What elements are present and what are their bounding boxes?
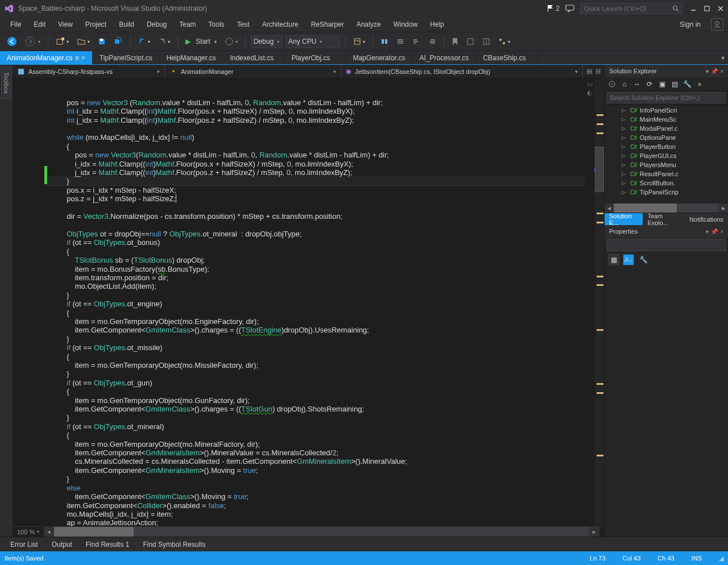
menu-architecture[interactable]: Architecture — [257, 18, 304, 31]
menu-analyze[interactable]: Analyze — [351, 18, 387, 31]
redo-button[interactable]: ▾ — [156, 35, 172, 48]
close-button[interactable] — [718, 6, 723, 11]
quick-launch-input[interactable] — [580, 3, 682, 14]
tb-icon-6[interactable] — [464, 35, 477, 48]
tab-error-list[interactable]: Error List — [5, 538, 44, 551]
save-button[interactable] — [96, 35, 108, 48]
se-more-icon[interactable]: » — [694, 79, 705, 89]
split-icon[interactable]: ▤ — [586, 68, 592, 75]
solution-tree[interactable]: ▷C#InfoPanelScri ▷C#MainMenuSc ▷C#ModalP… — [605, 105, 728, 203]
nav-method[interactable]: ◉ JettisonItem(CBaseShip cs, ISlotObject… — [341, 65, 583, 78]
tree-item[interactable]: ▷C#PlayerGUI.cs — [605, 151, 728, 160]
tab-aiprocessor[interactable]: AI_Processor.cs — [412, 51, 476, 64]
hscroll-right[interactable]: ▸ — [589, 527, 599, 537]
maximize-button[interactable] — [704, 6, 710, 11]
tree-hscroll[interactable]: ◂ ▸ — [605, 203, 728, 213]
menu-help[interactable]: Help — [424, 18, 450, 31]
browser-dropdown[interactable]: ▾ — [222, 35, 240, 48]
pin-icon[interactable]: ⎘ — [76, 55, 79, 61]
undo-button[interactable]: ▾ — [136, 35, 152, 48]
pane-options-icon[interactable]: ▾ — [706, 68, 709, 74]
tab-helpmanager[interactable]: HelpManager.cs — [160, 51, 224, 64]
tab-indexedlist[interactable]: IndexedList.cs — [223, 51, 284, 64]
tab-find-results[interactable]: Find Results 1 — [80, 538, 135, 551]
horizontal-scrollbar[interactable] — [54, 527, 134, 537]
close-icon[interactable]: × — [81, 54, 85, 62]
tab-playerobj[interactable]: PlayerObj.cs — [284, 51, 346, 64]
minimize-button[interactable] — [690, 6, 696, 11]
nav-project[interactable]: Assembly-CSharp-firstpass-vs▾ — [13, 65, 165, 78]
zoom-dropdown-icon[interactable]: ▾ — [37, 529, 39, 534]
sign-in-link[interactable]: Sign in — [674, 18, 706, 31]
tree-item[interactable]: ▷C#InfoPanelScri — [605, 106, 728, 115]
nav-back-button[interactable] — [5, 35, 19, 48]
tab-tippanelscript[interactable]: TipPanelScript.cs — [93, 51, 160, 64]
code-editor[interactable]: pos = new Vector3 (Random.value * distLi… — [47, 78, 585, 526]
overview-ruler[interactable] — [595, 78, 604, 526]
menu-tools[interactable]: Tools — [203, 18, 230, 31]
quick-launch[interactable] — [580, 3, 679, 14]
feedback-icon[interactable] — [565, 5, 574, 13]
hscroll-left[interactable]: ◂ — [44, 527, 54, 537]
bookmark-icon[interactable] — [449, 35, 461, 48]
config-dropdown[interactable]: Debug▾ — [251, 35, 282, 48]
notifications-flag[interactable]: 2 — [547, 5, 560, 13]
open-file-button[interactable]: ▾ — [75, 35, 92, 48]
tree-hscroll-left[interactable]: ◂ — [605, 203, 614, 213]
menu-file[interactable]: File — [5, 18, 27, 31]
tb-icon-8[interactable]: ▾ — [496, 35, 512, 48]
toolbox-tab[interactable]: Toolbox — [1, 67, 11, 99]
save-all-button[interactable] — [111, 35, 125, 48]
tree-item[interactable]: ▷C#TipPanelScrip — [605, 188, 728, 197]
props-alpha-icon[interactable]: A↓ — [623, 254, 634, 265]
nav-class[interactable]: 🔸 AnimationManager▾ — [165, 65, 341, 78]
tab-find-symbol[interactable]: Find Symbol Results — [137, 538, 211, 551]
menu-test[interactable]: Test — [231, 18, 255, 31]
start-button[interactable]: ▶ Start▾ — [183, 35, 219, 48]
tb-icon-5[interactable] — [426, 35, 439, 48]
tree-item[interactable]: ▷C#ModalPanel.c — [605, 124, 728, 133]
hscroll-track[interactable] — [54, 527, 589, 537]
pane-pin-icon[interactable]: 📌 — [711, 68, 718, 74]
tab-animationmanager[interactable]: AnimationManager.cs⎘ × — [0, 51, 93, 64]
status-resize-grip[interactable]: ◢ — [719, 555, 723, 562]
se-sync-icon[interactable]: ↔ — [632, 79, 642, 89]
solution-search-input[interactable] — [607, 92, 726, 103]
menu-edit[interactable]: Edit — [28, 18, 51, 31]
nav-fwd-button[interactable]: ▾ — [23, 35, 43, 48]
tree-hscroll-right[interactable]: ▸ — [719, 203, 728, 213]
vertical-scrollbar[interactable] — [595, 147, 604, 192]
tab-mapgenerator[interactable]: MapGenerator.cs — [346, 51, 412, 64]
pane-close-icon[interactable]: × — [720, 68, 723, 74]
platform-dropdown[interactable]: Any CPU▾ — [286, 35, 340, 48]
props-close-icon[interactable]: × — [720, 229, 723, 235]
props-pages-icon[interactable]: 🔧 — [638, 254, 649, 265]
nav-dropdown-icon[interactable]: ⊟ — [595, 68, 601, 75]
se-properties-icon[interactable]: 🔧 — [682, 79, 692, 89]
tab-notifications[interactable]: Notifications — [685, 213, 728, 225]
tab-output[interactable]: Output — [46, 538, 78, 551]
avatar-icon[interactable] — [711, 18, 723, 31]
tb-icon-4[interactable] — [410, 35, 423, 48]
tree-item[interactable]: ▷C#ScrollButton. — [605, 178, 728, 188]
zoom-level[interactable]: 100 % — [17, 529, 35, 535]
se-showall-icon[interactable]: ▤ — [669, 79, 680, 89]
ruler-toggle-icon[interactable]: ◐ — [587, 89, 593, 97]
menu-team[interactable]: Team — [173, 18, 201, 31]
tb-icon-3[interactable] — [394, 35, 407, 48]
menu-debug[interactable]: Debug — [141, 18, 172, 31]
tb-icon-1[interactable]: ▾ — [351, 35, 367, 48]
tb-icon-7[interactable] — [480, 35, 493, 48]
props-categorized-icon[interactable]: ▦ — [608, 254, 619, 265]
se-refresh-icon[interactable]: ⟳ — [644, 79, 655, 89]
props-pin-icon[interactable]: 📌 — [711, 229, 718, 235]
tab-cbaseship[interactable]: CBaseShip.cs — [476, 51, 537, 64]
menu-build[interactable]: Build — [113, 18, 140, 31]
tb-icon-2[interactable] — [378, 35, 391, 48]
se-back-icon[interactable]: ⌂ — [619, 79, 630, 89]
tree-item[interactable]: ▷C#PlayerButton — [605, 142, 728, 151]
tabs-overflow-icon[interactable]: ▾ — [721, 54, 725, 62]
properties-object-dropdown[interactable] — [607, 239, 726, 251]
tree-item[interactable]: ▷C#OptionsPane — [605, 133, 728, 142]
new-project-button[interactable]: ▾ — [53, 35, 71, 48]
